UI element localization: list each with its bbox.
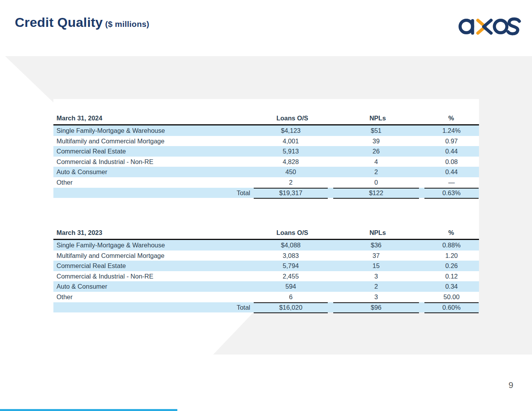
npls-cell: 37 — [332, 250, 423, 261]
page-number: 9 — [509, 380, 513, 390]
col-header-loans: Loans O/S — [253, 113, 332, 125]
col-header-npls: NPLs — [332, 228, 423, 239]
credit-table-march-2024: March 31, 2024 Loans O/S NPLs % Single F… — [53, 113, 479, 198]
pct-total: 0.63% — [423, 188, 479, 199]
npls-cell: 0 — [332, 177, 423, 189]
npls-total: $96 — [332, 302, 423, 314]
loans-total: $19,317 — [253, 188, 332, 199]
loans-cell: 5,794 — [253, 261, 332, 271]
npls-cell: 3 — [332, 292, 423, 303]
row-label: Auto & Consumer — [53, 281, 253, 292]
row-label: Multifamily and Commercial Mortgage — [53, 136, 253, 146]
bottom-accent-bar — [0, 409, 177, 411]
row-label: Multifamily and Commercial Mortgage — [53, 250, 253, 261]
axos-logo — [457, 13, 523, 37]
table-row: Single Family-Mortgage & Warehouse $4,08… — [53, 240, 479, 250]
row-label: Commercial Real Estate — [53, 261, 253, 271]
npls-cell: 39 — [332, 136, 423, 146]
date-header: March 31, 2024 — [53, 113, 253, 125]
total-label: Total — [53, 188, 253, 199]
loans-cell: $4,088 — [253, 240, 332, 250]
table-row: Auto & Consumer 450 2 0.44 — [53, 167, 479, 177]
table-header-row: March 31, 2023 Loans O/S NPLs % — [53, 228, 479, 240]
axos-logo-graphic — [457, 13, 523, 37]
date-header: March 31, 2023 — [53, 228, 253, 239]
pct-cell: 0.97 — [423, 136, 479, 146]
npls-cell: 4 — [332, 157, 423, 167]
npls-cell: 2 — [332, 167, 423, 177]
pct-cell: 0.88% — [423, 240, 479, 250]
loans-cell: 3,083 — [253, 250, 332, 261]
page-title: Credit Quality($ millions) — [15, 15, 149, 30]
credit-table-march-2023: March 31, 2023 Loans O/S NPLs % Single F… — [53, 228, 479, 312]
loans-cell: 450 — [253, 167, 332, 177]
table-total-row: Total $16,020 $96 0.60% — [53, 302, 479, 313]
table-row-other: Other 2 0 — — [53, 177, 479, 188]
col-header-npls: NPLs — [332, 113, 423, 125]
npls-cell: $51 — [332, 125, 423, 136]
npls-cell: 2 — [332, 281, 423, 292]
pct-cell: 0.34 — [423, 281, 479, 292]
table-row: Commercial Real Estate 5,794 15 0.26 — [53, 261, 479, 271]
table-row: Multifamily and Commercial Mortgage 4,00… — [53, 136, 479, 146]
row-label: Other — [53, 292, 253, 303]
table-row: Multifamily and Commercial Mortgage 3,08… — [53, 250, 479, 261]
pct-total: 0.60% — [423, 302, 479, 314]
tables-panel: March 31, 2024 Loans O/S NPLs % Single F… — [53, 99, 479, 312]
logo-letter-a-bowl — [460, 20, 473, 33]
table-header-row: March 31, 2024 Loans O/S NPLs % — [53, 113, 479, 125]
row-label: Commercial & Industrial - Non-RE — [53, 271, 253, 282]
row-label: Single Family-Mortgage & Warehouse — [53, 125, 253, 136]
col-header-pct: % — [423, 113, 479, 125]
row-label: Single Family-Mortgage & Warehouse — [53, 240, 253, 250]
pct-cell: 1.20 — [423, 250, 479, 261]
loans-cell: 4,828 — [253, 157, 332, 167]
loans-cell: 6 — [253, 292, 332, 303]
table-row: Single Family-Mortgage & Warehouse $4,12… — [53, 125, 479, 136]
npls-cell: 15 — [332, 261, 423, 271]
pct-cell: 0.44 — [423, 146, 479, 157]
logo-letter-s — [508, 19, 520, 34]
pct-cell: 0.26 — [423, 261, 479, 271]
col-header-loans: Loans O/S — [253, 228, 332, 239]
loans-cell: 2,455 — [253, 271, 332, 282]
table-row-other: Other 6 3 50.00 — [53, 292, 479, 302]
loans-cell: 594 — [253, 281, 332, 292]
pct-cell: 50.00 — [423, 292, 479, 303]
pct-cell: 0.12 — [423, 271, 479, 282]
loans-total: $16,020 — [253, 302, 332, 314]
row-label: Commercial & Industrial - Non-RE — [53, 157, 253, 167]
pct-cell: 1.24% — [423, 125, 479, 136]
npls-cell: 26 — [332, 146, 423, 157]
slide: Credit Quality($ millions) March 31, 202… — [0, 0, 532, 411]
total-label: Total — [53, 302, 253, 314]
table-row: Auto & Consumer 594 2 0.34 — [53, 281, 479, 292]
pct-cell: 0.08 — [423, 157, 479, 167]
npls-total: $122 — [332, 188, 423, 199]
table-total-row: Total $19,317 $122 0.63% — [53, 188, 479, 198]
header: Credit Quality($ millions) — [15, 15, 149, 30]
page-title-text: Credit Quality — [15, 15, 103, 30]
npls-cell: 3 — [332, 271, 423, 282]
logo-letter-o — [495, 20, 507, 33]
row-label: Commercial Real Estate — [53, 146, 253, 157]
npls-cell: $36 — [332, 240, 423, 250]
page-title-suffix: ($ millions) — [105, 19, 149, 28]
pct-cell: — — [423, 177, 479, 189]
table-row: Commercial & Industrial - Non-RE 2,455 3… — [53, 271, 479, 282]
loans-cell: 4,001 — [253, 136, 332, 146]
loans-cell: $4,123 — [253, 125, 332, 136]
loans-cell: 2 — [253, 177, 332, 189]
col-header-pct: % — [423, 228, 479, 239]
table-row: Commercial & Industrial - Non-RE 4,828 4… — [53, 157, 479, 167]
row-label: Auto & Consumer — [53, 167, 253, 177]
logo-letter-x-navy — [484, 20, 491, 33]
table-row: Commercial Real Estate 5,913 26 0.44 — [53, 146, 479, 157]
loans-cell: 5,913 — [253, 146, 332, 157]
row-label: Other — [53, 177, 253, 189]
pct-cell: 0.44 — [423, 167, 479, 177]
